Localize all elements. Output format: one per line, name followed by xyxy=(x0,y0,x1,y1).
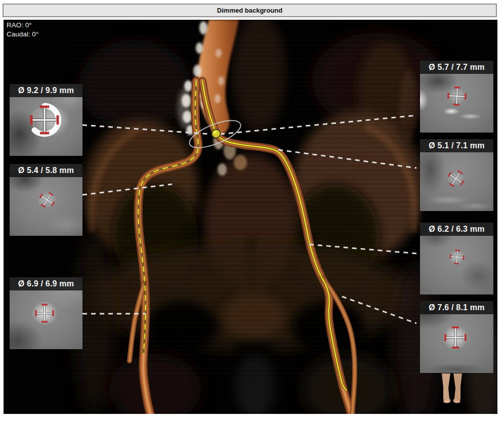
measurement-thumbnail-left-3[interactable]: Ø 6.9 / 6.9 mm xyxy=(10,277,82,349)
diameter-measurement-label: Ø 9.2 / 9.9 mm xyxy=(10,84,82,97)
diameter-measurement-label: Ø 5.7 / 7.7 mm xyxy=(420,61,493,74)
measurement-thumbnail-right-4[interactable]: Ø 7.6 / 8.1 mm xyxy=(420,301,493,373)
caudal-angle-label: Caudal: 0° xyxy=(7,30,38,39)
projection-angles: RAO: 0° Caudal: 0° xyxy=(7,21,38,39)
measurement-thumbnail-right-1[interactable]: Ø 5.7 / 7.7 mm xyxy=(420,61,493,133)
measurement-thumbnail-right-3[interactable]: Ø 6.2 / 6.3 mm xyxy=(420,223,493,294)
view-title-bar: Dimmed background xyxy=(3,4,497,17)
orientation-figure-legs xyxy=(442,373,462,403)
view-title: Dimmed background xyxy=(217,7,282,14)
render-viewport[interactable]: RAO: 0° Caudal: 0° Ø 9.2 / 9.9 mm Ø 5.4 … xyxy=(4,20,497,414)
diameter-measurement-label: Ø 7.6 / 8.1 mm xyxy=(420,301,493,314)
measurement-thumbnail-left-2[interactable]: Ø 5.4 / 5.8 mm xyxy=(10,164,82,236)
centerline-point-handle[interactable] xyxy=(212,130,221,138)
measurement-thumbnail-right-2[interactable]: Ø 5.1 / 7.1 mm xyxy=(420,139,493,211)
measurement-thumbnail-left-1[interactable]: Ø 9.2 / 9.9 mm xyxy=(10,84,82,156)
diameter-measurement-label: Ø 6.2 / 6.3 mm xyxy=(420,223,493,236)
diameter-measurement-label: Ø 5.1 / 7.1 mm xyxy=(420,139,493,152)
diameter-measurement-label: Ø 6.9 / 6.9 mm xyxy=(10,277,82,290)
diameter-measurement-label: Ø 5.4 / 5.8 mm xyxy=(10,164,82,177)
rao-angle-label: RAO: 0° xyxy=(7,21,38,30)
